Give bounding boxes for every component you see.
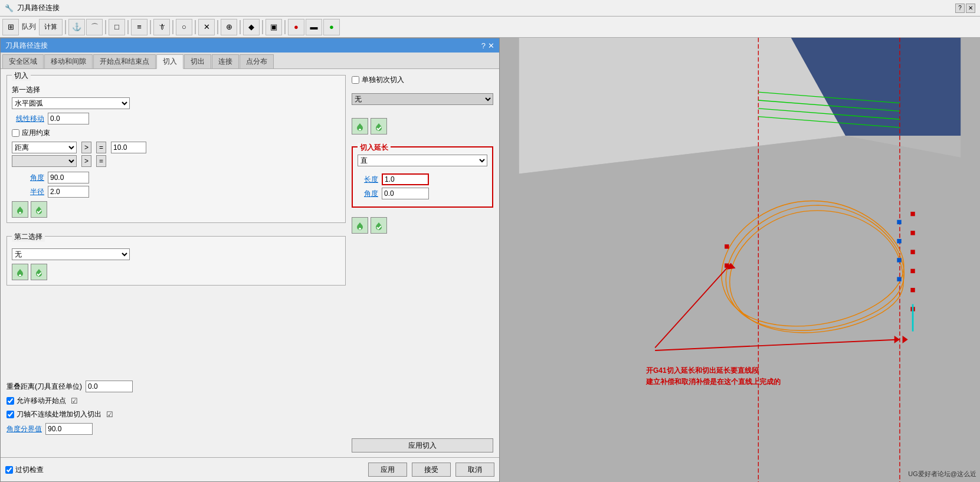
overlap-input[interactable] <box>86 381 133 392</box>
constraint-gt-btn2[interactable]: > <box>81 155 91 167</box>
second-choice-select[interactable]: 无 <box>12 248 130 260</box>
cross-icon[interactable]: ✕ <box>198 19 215 35</box>
tab-safety[interactable]: 安全区域 <box>2 54 44 68</box>
single-entry-select[interactable]: 无 <box>352 93 493 105</box>
cut-ext-length-row: 长度 <box>358 173 487 185</box>
overlap-label: 重叠距离(刀具直径单位) <box>6 382 82 392</box>
constraint-type-select[interactable]: 距离 <box>12 142 77 153</box>
angle-input[interactable] <box>48 172 89 183</box>
cut-ext-angle-label[interactable]: 角度 <box>358 189 378 199</box>
svg-rect-37 <box>897 277 901 281</box>
angle-limit-input[interactable] <box>45 423 93 435</box>
overcut-check-row: 过切检查 <box>5 465 44 475</box>
constraint-value-input[interactable] <box>111 142 146 153</box>
svg-rect-34 <box>897 220 901 224</box>
constraint-eq-btn2[interactable]: = <box>96 155 106 167</box>
cut-ext-type-select[interactable]: 直 <box>358 155 487 166</box>
sep9 <box>262 20 263 34</box>
single-confirm-icon-btn[interactable] <box>371 118 387 135</box>
tab-connect[interactable]: 连接 <box>212 54 239 68</box>
cut-ext-length-input[interactable] <box>382 173 429 185</box>
tab-cutout[interactable]: 切出 <box>184 54 211 68</box>
tab-startend[interactable]: 开始点和结束点 <box>93 54 156 68</box>
image-icon[interactable]: ▣ <box>266 19 282 35</box>
drill-icon[interactable]: ⊕ <box>221 19 237 35</box>
svg-marker-17 <box>376 123 381 126</box>
tabs: 安全区域 移动和间隙 开始点和结束点 切入 切出 连接 点分布 <box>1 53 499 69</box>
angle-label[interactable]: 角度 <box>12 173 44 183</box>
dialog-title-bar: 刀具路径连接 ? ✕ <box>1 38 499 53</box>
first-confirm-icon-btn[interactable] <box>31 201 47 218</box>
cut-ext-angle-row: 角度 <box>358 188 487 199</box>
angle-row: 角度 <box>12 172 340 183</box>
rect-icon[interactable]: ▬ <box>306 19 322 35</box>
second-choice-group: 第二选择 无 <box>6 236 346 286</box>
cut-ext-length-label[interactable]: 长度 <box>358 175 378 185</box>
first-add-icon-btn[interactable] <box>12 201 28 218</box>
apply-cutin-btn[interactable]: 应用切入 <box>352 438 493 453</box>
anchor-icon[interactable]: ⚓ <box>68 19 85 35</box>
gem-icon[interactable]: ◆ <box>243 19 260 35</box>
angle-limit-row: 角度分界值 <box>6 423 493 435</box>
second-group-icons <box>12 264 340 280</box>
dialog-title-buttons: ? ✕ <box>481 41 494 50</box>
allow-move-checkbox[interactable] <box>6 397 14 405</box>
overlap-row: 重叠距离(刀具直径单位) <box>6 381 493 392</box>
first-choice-select[interactable]: 水平圆弧 <box>12 97 130 109</box>
cut-ext-add-icon-btn[interactable] <box>352 217 368 234</box>
constraint-type-select2[interactable] <box>12 155 77 167</box>
first-choice-group: 切入 第一选择 水平圆弧 线性移动 应用约束 <box>6 75 346 223</box>
svg-rect-36 <box>897 258 901 262</box>
radius-input[interactable] <box>48 186 89 198</box>
dialog-close-btn[interactable]: ✕ <box>488 41 494 50</box>
tab-pointdist[interactable]: 点分布 <box>240 54 274 68</box>
tab-cutin[interactable]: 切入 <box>156 54 183 69</box>
second-add-icon-btn[interactable] <box>12 264 28 280</box>
second-confirm-icon-btn[interactable] <box>31 264 47 280</box>
svg-marker-19 <box>358 222 362 225</box>
app-icon: 🔧 <box>5 4 14 12</box>
single-entry-checkbox[interactable] <box>352 76 359 84</box>
circle-icon[interactable]: ○ <box>176 19 192 35</box>
radius-label[interactable]: 半径 <box>12 187 44 197</box>
help-button[interactable]: ? <box>955 4 965 13</box>
cut-ext-icons <box>352 217 493 234</box>
allow-move-row: 允许移动开始点 ☑ <box>6 396 493 406</box>
apply-constraint-checkbox[interactable] <box>12 129 19 137</box>
grid-icon[interactable]: ⊞ <box>2 19 19 35</box>
single-entry-icons <box>352 118 493 135</box>
lines-icon[interactable]: ≡ <box>131 19 148 35</box>
linear-move-input[interactable] <box>48 113 89 124</box>
dialog-help-btn[interactable]: ? <box>481 41 486 50</box>
curve-icon[interactable]: ⌒ <box>86 19 103 35</box>
allow-move-label: 允许移动开始点 <box>17 396 66 406</box>
svg-marker-5 <box>37 206 41 209</box>
tab-move[interactable]: 移动和间隙 <box>44 54 93 68</box>
cancel-button[interactable]: 取消 <box>455 463 494 477</box>
cut-ext-title: 切入延长 <box>358 143 391 153</box>
title-bar: 🔧 刀具路径连接 ? ✕ <box>0 0 980 17</box>
right-panel: 单独初次切入 无 切入延长 直 <box>352 75 493 370</box>
cut-extension-group: 切入延长 直 长度 角度 <box>352 146 493 208</box>
add-cutin-checkbox[interactable] <box>6 411 14 418</box>
cut-ext-angle-input[interactable] <box>382 188 429 199</box>
overcut-checkbox[interactable] <box>5 466 13 474</box>
constraint-eq-btn[interactable]: = <box>96 142 106 153</box>
angle-limit-label[interactable]: 角度分界值 <box>6 424 42 434</box>
calc-icon[interactable]: 计算 <box>39 19 63 35</box>
knife-icon[interactable]: 🗡 <box>153 19 170 35</box>
linear-move-label[interactable]: 线性移动 <box>12 114 44 124</box>
apply-button[interactable]: 应用 <box>368 463 407 477</box>
constraint-gt-btn[interactable]: > <box>81 142 91 153</box>
svg-marker-13 <box>358 123 362 126</box>
dialog-body: 切入 第一选择 水平圆弧 线性移动 应用约束 <box>1 69 499 376</box>
title-bar-right: ? ✕ <box>955 4 975 13</box>
box-icon[interactable]: □ <box>109 19 125 35</box>
close-button[interactable]: ✕ <box>966 4 975 13</box>
single-add-icon-btn[interactable] <box>352 118 368 135</box>
accept-button[interactable]: 接受 <box>412 463 451 477</box>
green-circle-icon[interactable]: ● <box>323 19 340 35</box>
svg-rect-39 <box>910 231 915 235</box>
cut-ext-confirm-icon-btn[interactable] <box>371 217 387 234</box>
red-circle-icon[interactable]: ● <box>288 19 304 35</box>
